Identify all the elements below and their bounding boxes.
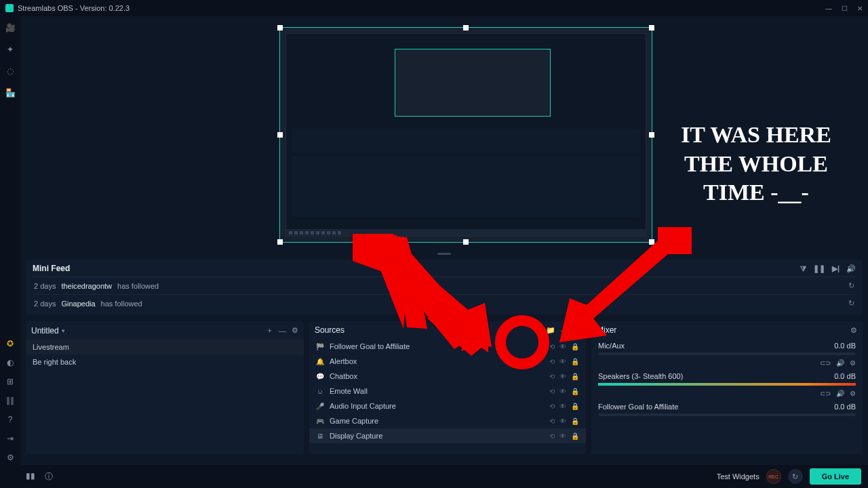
replay-buffer-button[interactable]: ↻ bbox=[788, 469, 803, 484]
visibility-icon[interactable]: 👁 bbox=[559, 373, 566, 380]
left-sidebar-bottom: ✪ ◐ ⊞ ∥∥ ? ⇥ ⚙ bbox=[0, 335, 20, 465]
resize-handle[interactable] bbox=[649, 132, 654, 138]
source-type-icon: 🎤 bbox=[316, 403, 324, 410]
display-capture-thumbnail bbox=[285, 33, 646, 237]
scene-item[interactable]: Livestream bbox=[26, 340, 304, 354]
lock-icon[interactable]: 🔒 bbox=[571, 403, 579, 410]
source-label: Audio Input Capture bbox=[330, 402, 396, 410]
lock-icon[interactable]: 🔒 bbox=[571, 373, 579, 380]
mini-feed-title: Mini Feed bbox=[33, 264, 70, 273]
editor-icon[interactable]: 🎥 bbox=[5, 23, 15, 33]
chevron-down-icon[interactable]: ▾ bbox=[62, 327, 65, 334]
visibility-icon[interactable]: 👁 bbox=[559, 418, 566, 425]
close-button[interactable]: ✕ bbox=[857, 5, 863, 12]
source-label: Alertbox bbox=[330, 357, 357, 365]
link-icon[interactable]: ⟲ bbox=[549, 373, 555, 380]
link-icon[interactable]: ⟲ bbox=[549, 418, 555, 425]
svg-marker-10 bbox=[363, 235, 492, 347]
replay-icon[interactable]: ↻ bbox=[848, 299, 854, 308]
help-icon[interactable]: ? bbox=[8, 415, 13, 424]
window-titlebar: Streamlabs OBS - Version: 0.22.3 — ☐ ✕ bbox=[0, 0, 868, 16]
skip-icon[interactable]: ▶| bbox=[832, 264, 840, 273]
info-icon[interactable]: ⓘ bbox=[45, 471, 53, 483]
arrow-annotation-left-clean bbox=[356, 235, 498, 354]
monitor-icon[interactable]: ⊂⊃ bbox=[820, 359, 831, 367]
test-widgets-button[interactable]: Test Widgets bbox=[717, 472, 760, 481]
link-icon[interactable]: ⟲ bbox=[549, 343, 555, 350]
source-item[interactable]: 💬Chatbox⟲👁🔒 bbox=[309, 369, 586, 384]
source-type-icon: 🏁 bbox=[316, 343, 324, 350]
visibility-icon[interactable]: 👁 bbox=[559, 388, 566, 395]
window-title: Streamlabs OBS - Version: 0.22.3 bbox=[18, 4, 130, 12]
source-item[interactable]: 🎮Game Capture⟲👁🔒 bbox=[309, 413, 586, 428]
settings-icon[interactable]: ⚙ bbox=[7, 453, 14, 462]
mixer-channel: Speakers (3- Stealth 600)0.0 dB⊂⊃🔊⚙ bbox=[591, 369, 863, 400]
visibility-icon[interactable]: 👁 bbox=[559, 432, 566, 440]
source-type-icon: 🖥 bbox=[316, 432, 324, 440]
volume-meter[interactable] bbox=[598, 383, 856, 386]
status-bar: ▮▮ ⓘ Test Widgets REC ↻ Go Live bbox=[0, 465, 868, 488]
link-icon[interactable]: ⟲ bbox=[549, 388, 555, 395]
gear-icon[interactable]: ⚙ bbox=[850, 359, 856, 367]
mixer-label: Speakers (3- Stealth 600) bbox=[598, 372, 683, 380]
monitor-icon[interactable]: ⊂⊃ bbox=[820, 390, 831, 397]
source-item[interactable]: 🎤Audio Input Capture⟲👁🔒 bbox=[309, 399, 586, 413]
resize-handle[interactable] bbox=[277, 25, 283, 30]
sun-icon[interactable]: ◐ bbox=[7, 358, 14, 367]
volume-meter[interactable] bbox=[598, 413, 856, 416]
minimize-button[interactable]: — bbox=[825, 5, 832, 12]
link-icon[interactable]: ⟲ bbox=[549, 358, 555, 365]
annotation-text: IT WAS HERE THE WHOLE TIME -__- bbox=[654, 121, 858, 207]
feed-age: 2 days bbox=[34, 300, 56, 308]
mixer-label: Follower Goal to Affiliate bbox=[598, 403, 678, 411]
visibility-icon[interactable]: 👁 bbox=[559, 403, 566, 410]
layout-icon[interactable]: ⊞ bbox=[7, 377, 14, 386]
lock-icon[interactable]: 🔒 bbox=[571, 358, 579, 365]
scenes-title: Untitled bbox=[31, 326, 59, 336]
gear-icon[interactable]: ⚙ bbox=[850, 326, 857, 335]
volume-meter[interactable] bbox=[598, 352, 856, 355]
maximize-button[interactable]: ☐ bbox=[842, 5, 848, 12]
mute-icon[interactable]: 🔊 bbox=[836, 390, 844, 397]
logout-icon[interactable]: ⇥ bbox=[7, 434, 14, 443]
record-button[interactable]: REC bbox=[766, 469, 781, 484]
link-icon[interactable]: ⟲ bbox=[549, 403, 555, 410]
add-scene-icon[interactable]: ＋ bbox=[266, 325, 273, 336]
mute-icon[interactable]: 🔊 bbox=[836, 359, 844, 367]
store-icon[interactable]: 🏪 bbox=[5, 88, 15, 98]
annotation-circle bbox=[495, 315, 549, 369]
resize-handle[interactable] bbox=[277, 132, 283, 138]
resize-handle[interactable] bbox=[463, 25, 469, 30]
lock-icon[interactable]: 🔒 bbox=[571, 388, 579, 395]
mixer-db: 0.0 dB bbox=[834, 372, 856, 380]
pause-icon[interactable]: ❚❚ bbox=[813, 264, 825, 273]
source-item[interactable]: ☺Emote Wall⟲👁🔒 bbox=[309, 384, 586, 399]
filter-icon[interactable]: ⧩ bbox=[800, 264, 806, 273]
selected-source-frame[interactable] bbox=[279, 27, 652, 243]
studio-mode-icon[interactable]: ✪ bbox=[7, 339, 14, 348]
feed-user: Ginapedia bbox=[61, 300, 95, 308]
feed-user: theicedragontw bbox=[61, 282, 112, 290]
themes-icon[interactable]: ✦ bbox=[5, 45, 15, 54]
gear-icon[interactable]: ⚙ bbox=[850, 390, 856, 397]
scene-item[interactable]: Be right back bbox=[26, 354, 304, 369]
lock-icon[interactable]: 🔒 bbox=[571, 418, 579, 425]
source-item[interactable]: 🖥Display Capture⟲👁🔒 bbox=[309, 428, 586, 443]
search-icon[interactable]: ◌ bbox=[5, 66, 15, 76]
source-label: Chatbox bbox=[330, 372, 357, 380]
resize-handle[interactable] bbox=[649, 25, 654, 30]
source-label: Display Capture bbox=[330, 432, 382, 440]
link-icon[interactable]: ⟲ bbox=[549, 432, 555, 440]
go-live-button[interactable]: Go Live bbox=[810, 468, 861, 485]
performance-icon[interactable]: ▮▮ bbox=[26, 471, 35, 483]
visibility-icon[interactable]: 👁 bbox=[559, 358, 566, 365]
gear-icon[interactable]: ⚙ bbox=[292, 326, 298, 335]
stats-icon[interactable]: ∥∥ bbox=[6, 396, 14, 405]
scenes-panel: Untitled ▾ ＋ — ⚙ LivestreamBe right back bbox=[26, 321, 304, 454]
replay-icon[interactable]: ↻ bbox=[848, 281, 854, 290]
lock-icon[interactable]: 🔒 bbox=[571, 432, 579, 440]
horiz-splitter-icon[interactable]: — bbox=[279, 327, 286, 335]
volume-icon[interactable]: 🔊 bbox=[846, 264, 856, 273]
feed-age: 2 days bbox=[34, 282, 56, 290]
resize-handle[interactable] bbox=[277, 239, 283, 245]
